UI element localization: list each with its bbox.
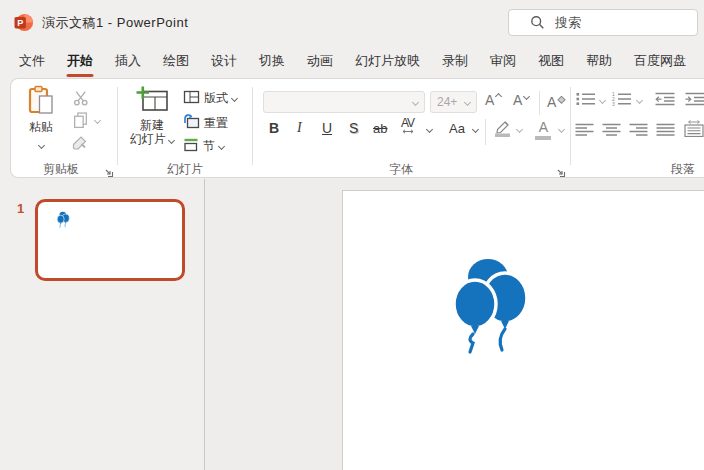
shrink-font-letter: A [513,92,522,108]
layout-icon [183,90,200,107]
new-slide-label-line1: 新建 [123,118,181,132]
balloons-thumbnail-icon [57,211,70,228]
align-left-button[interactable] [575,123,594,141]
layout-chevron-icon [231,95,238,102]
grow-font-letter: A [485,92,494,108]
grow-font-button[interactable]: A [485,92,501,108]
shrink-font-button[interactable]: A [513,92,529,108]
bold-button[interactable]: B [269,120,279,136]
small-divider [539,91,540,115]
change-case-letters: Aa [449,121,465,136]
small-divider [485,119,486,145]
clear-formatting-button[interactable]: A [547,92,566,110]
section-label: 节 [203,138,215,155]
slide-editor-area[interactable] [206,179,704,470]
search-icon [530,15,545,30]
font-name-chevron-icon [412,98,419,105]
paste-button[interactable]: 粘贴 [17,85,65,152]
svg-text:P: P [17,18,23,28]
increase-indent-button[interactable] [685,92,704,110]
strikethrough-button[interactable]: ab [373,121,387,136]
columns-button[interactable] [684,120,704,141]
slide-thumbnail-selected[interactable] [35,199,185,281]
spacing-arrows-icon [402,129,414,134]
numbering-chevron-icon[interactable] [636,97,643,104]
group-divider [252,87,253,165]
search-box[interactable]: 搜索 [508,9,698,36]
tab-record[interactable]: 录制 [431,45,479,78]
font-size-value: 24+ [431,95,457,109]
italic-button[interactable]: I [297,120,302,136]
tab-transitions[interactable]: 切换 [248,45,296,78]
font-color-chevron-icon[interactable] [558,126,565,133]
copy-chevron-icon[interactable] [94,117,101,124]
slide-number: 1 [17,201,24,216]
balloons-graphic[interactable] [453,257,531,355]
character-spacing-button[interactable]: AV [401,118,414,134]
slide-thumbnail-panel[interactable]: 1 [0,179,205,470]
increase-indent-icon [685,92,704,109]
reset-button[interactable]: 重置 [183,114,228,132]
spacing-chevron-icon[interactable] [426,126,433,133]
format-painter-button[interactable] [71,135,89,155]
decrease-indent-button[interactable] [655,92,675,110]
tab-animations[interactable]: 动画 [296,45,344,78]
tab-help[interactable]: 帮助 [575,45,623,78]
align-right-button[interactable] [629,123,648,141]
bullets-button[interactable] [576,92,596,110]
change-case-button[interactable]: Aa [449,121,465,136]
copy-icon [73,115,88,132]
shrink-font-arrow-icon [523,93,530,100]
font-name-combo[interactable] [263,91,425,113]
font-size-chevron-icon [464,98,471,105]
justify-icon [656,123,675,140]
align-left-icon [575,123,594,140]
copy-button[interactable] [73,112,88,133]
section-button[interactable]: 节 [183,138,224,155]
tab-home[interactable]: 开始 [56,45,104,78]
cut-icon [73,92,89,109]
clear-formatting-letter: A [547,94,556,110]
underline-letter: U [322,120,332,136]
bold-letter: B [269,120,279,136]
clipboard-group-label: 剪贴板 [15,161,107,178]
text-shadow-button[interactable]: S [349,120,358,136]
group-divider [117,87,118,165]
italic-letter: I [297,120,302,136]
eraser-icon [557,92,566,108]
layout-button[interactable]: 版式 [183,90,237,107]
justify-button[interactable] [656,123,675,141]
change-case-chevron-icon[interactable] [472,126,479,133]
tab-baidu-netdisk[interactable]: 百度网盘 [623,45,697,78]
section-icon [183,138,199,155]
font-color-bar-icon [535,136,551,140]
search-placeholder-text: 搜索 [555,14,581,32]
bullets-chevron-icon[interactable] [599,97,606,104]
highlight-pen-icon [493,123,512,140]
highlight-color-button[interactable] [493,119,512,141]
font-group-label: 字体 [341,161,461,178]
tab-slide-show[interactable]: 幻灯片放映 [344,45,431,78]
tab-insert[interactable]: 插入 [104,45,152,78]
new-slide-button[interactable]: 新建 幻灯片 [123,85,181,146]
font-color-button[interactable]: A [535,119,552,140]
cut-button[interactable] [73,90,89,110]
strikethrough-letters: ab [373,121,387,136]
group-divider [570,87,571,165]
slide-canvas[interactable] [342,190,704,470]
svg-text:3: 3 [612,101,615,106]
tab-review[interactable]: 审阅 [479,45,527,78]
tab-file[interactable]: 文件 [8,45,56,78]
layout-label: 版式 [204,90,228,107]
highlight-chevron-icon[interactable] [516,126,523,133]
grow-font-arrow-icon [495,93,502,100]
align-center-button[interactable] [602,123,621,141]
paste-chevron-icon [37,142,44,149]
underline-button[interactable]: U [322,120,332,136]
tab-draw[interactable]: 绘图 [152,45,200,78]
font-size-combo[interactable]: 24+ [430,91,477,113]
numbering-button[interactable]: 123 [612,92,632,110]
tab-view[interactable]: 视图 [527,45,575,78]
paste-label: 粘贴 [17,120,65,134]
tab-design[interactable]: 设计 [200,45,248,78]
